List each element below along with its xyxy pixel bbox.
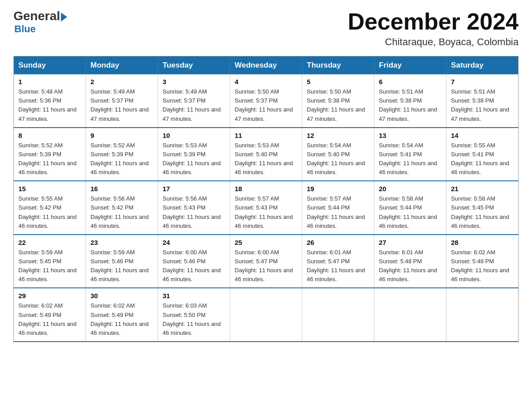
day-number: 17 [163, 185, 225, 193]
calendar-table: Sunday Monday Tuesday Wednesday Thursday… [13, 56, 519, 342]
calendar-cell: 23 Sunrise: 5:59 AMSunset: 5:46 PMDaylig… [86, 235, 158, 288]
calendar-cell [302, 288, 374, 342]
calendar-cell [446, 288, 519, 342]
day-info: Sunrise: 5:51 AMSunset: 5:38 PMDaylight:… [379, 88, 437, 122]
day-info: Sunrise: 6:03 AMSunset: 5:50 PMDaylight:… [163, 302, 221, 336]
calendar-cell: 3 Sunrise: 5:49 AMSunset: 5:37 PMDayligh… [158, 74, 230, 128]
day-number: 21 [451, 185, 514, 193]
day-number: 29 [18, 292, 81, 300]
calendar-cell: 21 Sunrise: 5:58 AMSunset: 5:45 PMDaylig… [446, 181, 519, 235]
day-info: Sunrise: 5:59 AMSunset: 5:45 PMDaylight:… [18, 249, 77, 283]
day-info: Sunrise: 5:59 AMSunset: 5:46 PMDaylight:… [90, 249, 149, 283]
day-number: 16 [90, 185, 153, 193]
logo-general-text: General [13, 9, 60, 23]
calendar-cell: 8 Sunrise: 5:52 AMSunset: 5:39 PMDayligh… [14, 128, 86, 181]
calendar-cell: 5 Sunrise: 5:50 AMSunset: 5:38 PMDayligh… [302, 74, 374, 128]
day-number: 7 [451, 78, 514, 86]
calendar-cell: 30 Sunrise: 6:02 AMSunset: 5:49 PMDaylig… [86, 288, 158, 342]
day-number: 18 [235, 185, 297, 193]
day-number: 11 [235, 132, 297, 139]
day-number: 14 [451, 132, 514, 139]
title-area: December 2024 Chitaraque, Boyaca, Colomb… [348, 9, 519, 48]
calendar-week-1: 1 Sunrise: 5:48 AMSunset: 5:36 PMDayligh… [14, 74, 519, 128]
col-thursday: Thursday [302, 56, 374, 75]
day-info: Sunrise: 6:02 AMSunset: 5:49 PMDaylight:… [18, 302, 77, 336]
calendar-cell: 31 Sunrise: 6:03 AMSunset: 5:50 PMDaylig… [158, 288, 230, 342]
calendar-cell: 18 Sunrise: 5:57 AMSunset: 5:43 PMDaylig… [230, 181, 302, 235]
calendar-cell: 15 Sunrise: 5:55 AMSunset: 5:42 PMDaylig… [14, 181, 86, 235]
calendar-cell: 24 Sunrise: 6:00 AMSunset: 5:46 PMDaylig… [158, 235, 230, 288]
day-number: 6 [379, 78, 442, 86]
day-info: Sunrise: 5:49 AMSunset: 5:37 PMDaylight:… [163, 88, 221, 122]
col-sunday: Sunday [14, 56, 86, 75]
day-number: 28 [451, 239, 514, 246]
calendar-cell: 11 Sunrise: 5:53 AMSunset: 5:40 PMDaylig… [230, 128, 302, 181]
day-number: 8 [18, 132, 81, 139]
day-number: 4 [235, 78, 297, 86]
calendar-cell [230, 288, 302, 342]
day-number: 1 [18, 78, 81, 86]
col-tuesday: Tuesday [158, 56, 230, 75]
day-number: 30 [90, 292, 153, 300]
calendar-cell: 10 Sunrise: 5:53 AMSunset: 5:39 PMDaylig… [158, 128, 230, 181]
day-number: 22 [18, 239, 81, 246]
calendar-cell: 28 Sunrise: 6:02 AMSunset: 5:48 PMDaylig… [446, 235, 519, 288]
day-info: Sunrise: 5:50 AMSunset: 5:37 PMDaylight:… [235, 88, 293, 122]
col-wednesday: Wednesday [230, 56, 302, 75]
location-label: Chitaraque, Boyaca, Colombia [348, 36, 519, 48]
day-info: Sunrise: 5:56 AMSunset: 5:42 PMDaylight:… [90, 195, 149, 229]
calendar-week-4: 22 Sunrise: 5:59 AMSunset: 5:45 PMDaylig… [14, 235, 519, 288]
calendar-cell: 17 Sunrise: 5:56 AMSunset: 5:43 PMDaylig… [158, 181, 230, 235]
day-info: Sunrise: 5:58 AMSunset: 5:44 PMDaylight:… [379, 195, 437, 229]
day-number: 9 [90, 132, 153, 139]
day-number: 26 [307, 239, 369, 246]
page-header: General Blue December 2024 Chitaraque, B… [13, 9, 519, 48]
month-title: December 2024 [348, 9, 519, 34]
day-info: Sunrise: 6:01 AMSunset: 5:47 PMDaylight:… [307, 249, 365, 283]
day-info: Sunrise: 5:53 AMSunset: 5:40 PMDaylight:… [235, 142, 293, 176]
calendar-cell: 25 Sunrise: 6:00 AMSunset: 5:47 PMDaylig… [230, 235, 302, 288]
day-number: 3 [163, 78, 225, 86]
day-info: Sunrise: 5:49 AMSunset: 5:37 PMDaylight:… [90, 88, 149, 122]
day-info: Sunrise: 5:57 AMSunset: 5:44 PMDaylight:… [307, 195, 365, 229]
day-info: Sunrise: 6:00 AMSunset: 5:46 PMDaylight:… [163, 249, 221, 283]
calendar-cell: 27 Sunrise: 6:01 AMSunset: 5:48 PMDaylig… [374, 235, 446, 288]
logo-arrow-icon [61, 13, 67, 21]
col-friday: Friday [374, 56, 446, 75]
calendar-week-2: 8 Sunrise: 5:52 AMSunset: 5:39 PMDayligh… [14, 128, 519, 181]
day-number: 25 [235, 239, 297, 246]
logo: General Blue [13, 9, 67, 35]
calendar-cell: 9 Sunrise: 5:52 AMSunset: 5:39 PMDayligh… [86, 128, 158, 181]
col-saturday: Saturday [446, 56, 519, 75]
calendar-cell: 6 Sunrise: 5:51 AMSunset: 5:38 PMDayligh… [374, 74, 446, 128]
day-info: Sunrise: 6:02 AMSunset: 5:48 PMDaylight:… [451, 249, 509, 283]
calendar-week-5: 29 Sunrise: 6:02 AMSunset: 5:49 PMDaylig… [14, 288, 519, 342]
calendar-cell: 29 Sunrise: 6:02 AMSunset: 5:49 PMDaylig… [14, 288, 86, 342]
calendar-cell: 2 Sunrise: 5:49 AMSunset: 5:37 PMDayligh… [86, 74, 158, 128]
calendar-cell: 20 Sunrise: 5:58 AMSunset: 5:44 PMDaylig… [374, 181, 446, 235]
day-info: Sunrise: 5:57 AMSunset: 5:43 PMDaylight:… [235, 195, 293, 229]
calendar-cell: 26 Sunrise: 6:01 AMSunset: 5:47 PMDaylig… [302, 235, 374, 288]
day-info: Sunrise: 5:56 AMSunset: 5:43 PMDaylight:… [163, 195, 221, 229]
day-info: Sunrise: 5:55 AMSunset: 5:41 PMDaylight:… [451, 142, 509, 176]
calendar-cell: 4 Sunrise: 5:50 AMSunset: 5:37 PMDayligh… [230, 74, 302, 128]
day-info: Sunrise: 5:55 AMSunset: 5:42 PMDaylight:… [18, 195, 77, 229]
calendar-cell: 19 Sunrise: 5:57 AMSunset: 5:44 PMDaylig… [302, 181, 374, 235]
day-info: Sunrise: 6:02 AMSunset: 5:49 PMDaylight:… [90, 302, 149, 336]
day-number: 15 [18, 185, 81, 193]
day-number: 13 [379, 132, 442, 139]
day-info: Sunrise: 5:54 AMSunset: 5:41 PMDaylight:… [379, 142, 437, 176]
day-number: 24 [163, 239, 225, 246]
calendar-cell: 13 Sunrise: 5:54 AMSunset: 5:41 PMDaylig… [374, 128, 446, 181]
day-number: 19 [307, 185, 369, 193]
calendar-cell: 1 Sunrise: 5:48 AMSunset: 5:36 PMDayligh… [14, 74, 86, 128]
calendar-cell: 12 Sunrise: 5:54 AMSunset: 5:40 PMDaylig… [302, 128, 374, 181]
logo-blue-text: Blue [14, 23, 36, 35]
day-number: 20 [379, 185, 442, 193]
day-info: Sunrise: 5:51 AMSunset: 5:38 PMDaylight:… [451, 88, 509, 122]
day-info: Sunrise: 6:01 AMSunset: 5:48 PMDaylight:… [379, 249, 437, 283]
day-info: Sunrise: 5:52 AMSunset: 5:39 PMDaylight:… [90, 142, 149, 176]
day-number: 27 [379, 239, 442, 246]
header-row: Sunday Monday Tuesday Wednesday Thursday… [14, 56, 519, 75]
day-number: 31 [163, 292, 225, 300]
